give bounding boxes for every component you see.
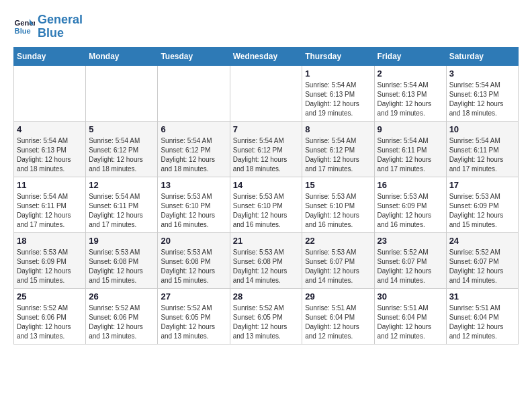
calendar-cell — [230, 65, 302, 121]
calendar-week-row: 18Sunrise: 5:53 AM Sunset: 6:09 PM Dayli… — [14, 232, 519, 288]
day-info: Sunrise: 5:52 AM Sunset: 6:07 PM Dayligh… — [378, 248, 443, 285]
calendar-cell: 2Sunrise: 5:54 AM Sunset: 6:13 PM Daylig… — [374, 65, 446, 121]
day-number: 16 — [378, 180, 443, 190]
calendar-cell: 14Sunrise: 5:53 AM Sunset: 6:10 PM Dayli… — [230, 177, 302, 232]
svg-text:Blue: Blue — [15, 26, 31, 34]
calendar-week-row: 11Sunrise: 5:54 AM Sunset: 6:11 PM Dayli… — [14, 177, 519, 232]
day-number: 28 — [233, 291, 300, 302]
calendar-cell: 11Sunrise: 5:54 AM Sunset: 6:11 PM Dayli… — [14, 177, 86, 232]
day-number: 10 — [449, 124, 515, 134]
calendar-cell: 21Sunrise: 5:53 AM Sunset: 6:08 PM Dayli… — [230, 232, 302, 288]
logo-text: GeneralBlue — [38, 13, 83, 40]
day-number: 9 — [378, 124, 443, 134]
calendar-cell: 10Sunrise: 5:54 AM Sunset: 6:11 PM Dayli… — [446, 121, 518, 177]
day-info: Sunrise: 5:52 AM Sunset: 6:05 PM Dayligh… — [161, 304, 226, 341]
day-number: 23 — [378, 236, 443, 246]
calendar-cell: 29Sunrise: 5:51 AM Sunset: 6:04 PM Dayli… — [302, 288, 374, 344]
calendar-cell: 28Sunrise: 5:52 AM Sunset: 6:05 PM Dayli… — [230, 288, 302, 344]
day-number: 15 — [305, 180, 371, 190]
day-number: 18 — [17, 236, 83, 246]
calendar-cell: 8Sunrise: 5:54 AM Sunset: 6:12 PM Daylig… — [302, 121, 374, 177]
day-number: 6 — [161, 124, 226, 134]
calendar-week-row: 4Sunrise: 5:54 AM Sunset: 6:13 PM Daylig… — [14, 121, 519, 177]
day-number: 29 — [305, 291, 371, 302]
day-info: Sunrise: 5:54 AM Sunset: 6:11 PM Dayligh… — [89, 192, 154, 230]
day-info: Sunrise: 5:53 AM Sunset: 6:09 PM Dayligh… — [378, 192, 443, 230]
calendar-cell: 3Sunrise: 5:54 AM Sunset: 6:13 PM Daylig… — [446, 65, 518, 121]
calendar-cell: 5Sunrise: 5:54 AM Sunset: 6:12 PM Daylig… — [86, 121, 158, 177]
day-info: Sunrise: 5:53 AM Sunset: 6:08 PM Dayligh… — [89, 248, 154, 285]
day-of-week-header: Sunday — [14, 47, 86, 65]
calendar-cell: 20Sunrise: 5:53 AM Sunset: 6:08 PM Dayli… — [158, 232, 230, 288]
day-number: 24 — [449, 236, 515, 246]
day-info: Sunrise: 5:52 AM Sunset: 6:06 PM Dayligh… — [17, 304, 83, 341]
calendar-cell: 15Sunrise: 5:53 AM Sunset: 6:10 PM Dayli… — [302, 177, 374, 232]
day-of-week-header: Saturday — [446, 47, 518, 65]
day-info: Sunrise: 5:54 AM Sunset: 6:12 PM Dayligh… — [233, 136, 300, 174]
calendar-cell: 13Sunrise: 5:53 AM Sunset: 6:10 PM Dayli… — [158, 177, 230, 232]
calendar-cell: 23Sunrise: 5:52 AM Sunset: 6:07 PM Dayli… — [374, 232, 446, 288]
calendar-cell: 19Sunrise: 5:53 AM Sunset: 6:08 PM Dayli… — [86, 232, 158, 288]
day-number: 25 — [17, 291, 83, 302]
calendar-cell — [14, 65, 86, 121]
day-number: 14 — [233, 180, 300, 190]
day-info: Sunrise: 5:52 AM Sunset: 6:06 PM Dayligh… — [89, 304, 154, 341]
calendar-cell: 27Sunrise: 5:52 AM Sunset: 6:05 PM Dayli… — [158, 288, 230, 344]
day-number: 8 — [305, 124, 371, 134]
calendar-cell: 24Sunrise: 5:52 AM Sunset: 6:07 PM Dayli… — [446, 232, 518, 288]
calendar-cell: 17Sunrise: 5:53 AM Sunset: 6:09 PM Dayli… — [446, 177, 518, 232]
day-info: Sunrise: 5:53 AM Sunset: 6:08 PM Dayligh… — [161, 248, 226, 285]
day-info: Sunrise: 5:54 AM Sunset: 6:12 PM Dayligh… — [89, 136, 154, 174]
day-of-week-header: Thursday — [302, 47, 374, 65]
day-number: 2 — [378, 68, 443, 79]
day-number: 5 — [89, 124, 154, 134]
day-info: Sunrise: 5:53 AM Sunset: 6:10 PM Dayligh… — [161, 192, 226, 230]
day-number: 21 — [233, 236, 300, 246]
day-info: Sunrise: 5:52 AM Sunset: 6:07 PM Dayligh… — [449, 248, 515, 285]
day-number: 19 — [89, 236, 154, 246]
calendar-cell: 6Sunrise: 5:54 AM Sunset: 6:12 PM Daylig… — [158, 121, 230, 177]
calendar-cell: 12Sunrise: 5:54 AM Sunset: 6:11 PM Dayli… — [86, 177, 158, 232]
page-header: General Blue GeneralBlue — [13, 13, 519, 40]
day-info: Sunrise: 5:53 AM Sunset: 6:09 PM Dayligh… — [17, 248, 83, 285]
day-info: Sunrise: 5:51 AM Sunset: 6:04 PM Dayligh… — [305, 304, 371, 341]
calendar-cell: 16Sunrise: 5:53 AM Sunset: 6:09 PM Dayli… — [374, 177, 446, 232]
day-of-week-header: Friday — [374, 47, 446, 65]
calendar-table: SundayMondayTuesdayWednesdayThursdayFrid… — [13, 47, 519, 345]
calendar-week-row: 25Sunrise: 5:52 AM Sunset: 6:06 PM Dayli… — [14, 288, 519, 344]
day-number: 13 — [161, 180, 226, 190]
calendar-week-row: 1Sunrise: 5:54 AM Sunset: 6:13 PM Daylig… — [14, 65, 519, 121]
calendar-cell: 7Sunrise: 5:54 AM Sunset: 6:12 PM Daylig… — [230, 121, 302, 177]
day-info: Sunrise: 5:54 AM Sunset: 6:13 PM Dayligh… — [305, 81, 371, 118]
calendar-cell: 30Sunrise: 5:51 AM Sunset: 6:04 PM Dayli… — [374, 288, 446, 344]
day-number: 3 — [449, 68, 515, 79]
day-info: Sunrise: 5:54 AM Sunset: 6:11 PM Dayligh… — [17, 192, 83, 230]
day-info: Sunrise: 5:53 AM Sunset: 6:10 PM Dayligh… — [305, 192, 371, 230]
day-number: 27 — [161, 291, 226, 302]
day-info: Sunrise: 5:54 AM Sunset: 6:12 PM Dayligh… — [305, 136, 371, 174]
day-info: Sunrise: 5:54 AM Sunset: 6:12 PM Dayligh… — [161, 136, 226, 174]
day-info: Sunrise: 5:53 AM Sunset: 6:10 PM Dayligh… — [233, 192, 300, 230]
calendar-header-row: SundayMondayTuesdayWednesdayThursdayFrid… — [14, 47, 519, 65]
day-number: 17 — [449, 180, 515, 190]
day-number: 31 — [449, 291, 515, 302]
day-number: 1 — [305, 68, 371, 79]
day-number: 7 — [233, 124, 300, 134]
calendar-cell: 18Sunrise: 5:53 AM Sunset: 6:09 PM Dayli… — [14, 232, 86, 288]
calendar-cell: 25Sunrise: 5:52 AM Sunset: 6:06 PM Dayli… — [14, 288, 86, 344]
day-info: Sunrise: 5:54 AM Sunset: 6:13 PM Dayligh… — [17, 136, 83, 174]
calendar-cell: 31Sunrise: 5:51 AM Sunset: 6:04 PM Dayli… — [446, 288, 518, 344]
day-info: Sunrise: 5:54 AM Sunset: 6:11 PM Dayligh… — [378, 136, 443, 174]
day-info: Sunrise: 5:54 AM Sunset: 6:13 PM Dayligh… — [378, 81, 443, 118]
day-of-week-header: Wednesday — [230, 47, 302, 65]
logo: General Blue GeneralBlue — [13, 13, 83, 40]
day-info: Sunrise: 5:53 AM Sunset: 6:09 PM Dayligh… — [449, 192, 515, 230]
calendar-cell: 4Sunrise: 5:54 AM Sunset: 6:13 PM Daylig… — [14, 121, 86, 177]
calendar-cell: 22Sunrise: 5:53 AM Sunset: 6:07 PM Dayli… — [302, 232, 374, 288]
day-number: 30 — [378, 291, 443, 302]
day-info: Sunrise: 5:52 AM Sunset: 6:05 PM Dayligh… — [233, 304, 300, 341]
day-number: 26 — [89, 291, 154, 302]
day-number: 4 — [17, 124, 83, 134]
day-of-week-header: Tuesday — [158, 47, 230, 65]
calendar-cell: 1Sunrise: 5:54 AM Sunset: 6:13 PM Daylig… — [302, 65, 374, 121]
